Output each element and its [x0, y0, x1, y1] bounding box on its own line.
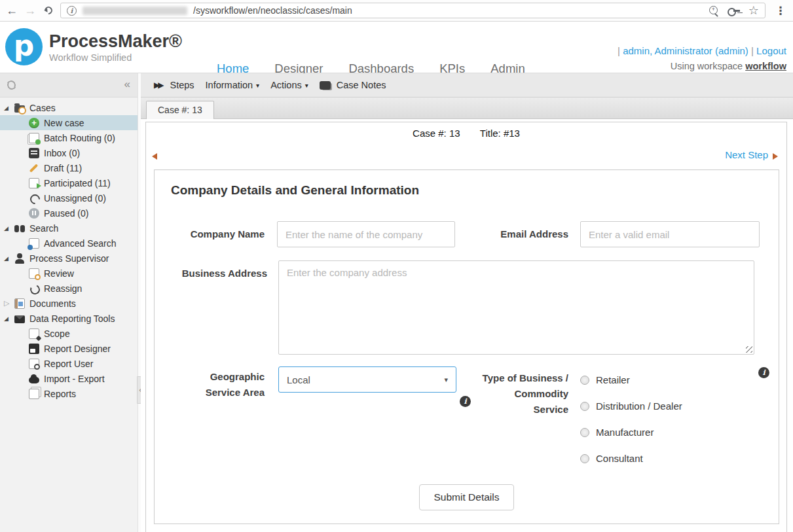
- sidebar-tree: ◢CasesNew caseBatch Routing (0)Inbox (0)…: [0, 98, 138, 401]
- key-icon[interactable]: [728, 5, 741, 16]
- step-navigation: Next Step: [146, 149, 786, 168]
- sidebar-item-batch-routing-0[interactable]: Batch Routing (0): [0, 130, 138, 145]
- radio-button-icon[interactable]: [580, 454, 589, 463]
- radio-button-icon[interactable]: [580, 428, 589, 437]
- submit-details-button[interactable]: Submit Details: [419, 484, 515, 510]
- zoom-icon[interactable]: [709, 5, 720, 16]
- sidebar-item-label: Batch Routing (0): [44, 133, 115, 143]
- user-account-link[interactable]: admin, Administrator (admin): [623, 45, 748, 56]
- radio-option-manufacturer[interactable]: Manufacturer: [580, 427, 654, 438]
- expand-tree-icon[interactable]: ▷: [4, 299, 14, 308]
- reload-icon[interactable]: [39, 7, 58, 14]
- radio-option-consultant[interactable]: Consultant: [580, 453, 643, 464]
- radio-option-distribution-dealer[interactable]: Distribution / Dealer: [580, 400, 682, 412]
- case-panel: Case #: 13 Title: #13 Next Step Company …: [145, 122, 787, 532]
- sidebar-item-advanced-search[interactable]: Advanced Search: [0, 236, 138, 251]
- redacted-host: [83, 7, 187, 15]
- browser-toolbar: ← → i /sysworkflow/en/neoclassic/cases/m…: [0, 0, 793, 22]
- workspace-text: Using workspace: [671, 61, 743, 71]
- select-value: Local: [287, 374, 310, 385]
- steps-button[interactable]: ▶▶ Steps: [154, 80, 194, 90]
- sidebar-item-label: Reports: [44, 389, 76, 399]
- refresh-icon[interactable]: [7, 80, 16, 90]
- import-export-icon: [29, 377, 39, 383]
- sidebar-item-data-reporting-tools[interactable]: ◢Data Reporting Tools: [0, 311, 138, 326]
- sidebar-item-label: Cases: [29, 103, 56, 113]
- sidebar-item-label: Process Supervisor: [29, 253, 109, 264]
- information-menu[interactable]: Information ▾: [206, 80, 260, 90]
- review-icon: [29, 268, 39, 279]
- browser-menu-icon[interactable]: ⋮: [771, 4, 790, 18]
- data-reporting-tools-icon: [14, 315, 25, 323]
- unassigned-icon: [29, 193, 39, 204]
- sidebar-item-inbox-0[interactable]: Inbox (0): [0, 145, 138, 160]
- new-case-icon: [29, 118, 39, 128]
- sidebar-item-label: Search: [29, 223, 58, 234]
- collapse-tree-icon[interactable]: ◢: [4, 105, 14, 111]
- radio-option-retailer[interactable]: Retailer: [580, 374, 630, 385]
- sidebar-item-report-user[interactable]: Report User: [0, 356, 138, 371]
- sidebar-item-documents[interactable]: ▷Documents: [0, 296, 138, 311]
- cases-icon: [14, 105, 25, 113]
- logout-link[interactable]: Logout: [756, 45, 786, 56]
- steps-icon: ▶▶: [154, 80, 164, 90]
- sidebar-item-scope[interactable]: Scope: [0, 326, 138, 341]
- sidebar-item-cases[interactable]: ◢Cases: [0, 100, 138, 115]
- business-address-textarea[interactable]: [278, 260, 754, 355]
- textarea-resize-handle-icon[interactable]: [746, 346, 752, 353]
- sidebar-item-unassigned-0[interactable]: Unassigned (0): [0, 190, 138, 205]
- company-name-input[interactable]: [277, 221, 455, 247]
- email-address-label: Email Address: [456, 226, 568, 242]
- case-notes-bubble-icon: [320, 81, 331, 90]
- page-info-icon[interactable]: i: [67, 6, 77, 16]
- radio-button-icon[interactable]: [580, 376, 589, 385]
- brand: p ProcessMaker® Workflow Simplified: [5, 28, 182, 65]
- dropdown-caret-icon: ▾: [305, 82, 308, 89]
- sidebar-item-label: Participated (11): [44, 178, 111, 188]
- email-address-input[interactable]: [580, 221, 760, 247]
- radio-button-icon[interactable]: [580, 402, 589, 411]
- processmaker-app: ← → i /sysworkflow/en/neoclassic/cases/m…: [0, 0, 793, 532]
- sidebar-item-reports[interactable]: Reports: [0, 386, 138, 401]
- workspace-link[interactable]: workflow: [745, 61, 786, 71]
- business-type-label: Type of Business / Commodity Service: [456, 370, 568, 417]
- sidebar-item-review[interactable]: Review: [0, 266, 138, 281]
- sidebar-item-paused-0[interactable]: Paused (0): [0, 205, 138, 221]
- address-bar[interactable]: i /sysworkflow/en/neoclassic/cases/main …: [60, 3, 765, 18]
- sidebar-item-reassign[interactable]: Reassign: [0, 281, 138, 296]
- collapse-panel-icon[interactable]: «: [124, 78, 130, 91]
- previous-step-arrow-icon[interactable]: [152, 153, 157, 160]
- inbox-icon: [29, 148, 39, 158]
- bookmark-star-icon[interactable]: ☆: [748, 5, 759, 16]
- sidebar-item-new-case[interactable]: New case: [0, 115, 138, 130]
- sidebar-item-process-supervisor[interactable]: ◢Process Supervisor: [0, 251, 138, 266]
- geographic-service-area-select[interactable]: Local ▾: [278, 366, 456, 393]
- url-path[interactable]: /sysworkflow/en/neoclassic/cases/main: [193, 5, 352, 16]
- case-notes-button[interactable]: Case Notes: [320, 80, 386, 90]
- sidebar-item-label: New case: [44, 118, 84, 128]
- collapse-tree-icon[interactable]: ◢: [4, 255, 14, 262]
- sidebar-item-participated-11[interactable]: Participated (11): [0, 175, 138, 190]
- draft-icon: [29, 163, 39, 173]
- next-step-arrow-icon[interactable]: [773, 153, 778, 160]
- forward-icon: →: [21, 4, 39, 18]
- dynaform: Company Details and General Information …: [154, 169, 779, 524]
- business-address-label: Business Address: [155, 266, 267, 281]
- back-icon[interactable]: ←: [3, 4, 21, 18]
- collapse-tree-icon[interactable]: ◢: [4, 315, 14, 322]
- actions-menu[interactable]: Actions ▾: [270, 80, 308, 90]
- sidebar-item-report-designer[interactable]: Report Designer: [0, 341, 138, 356]
- tab-case-13[interactable]: Case #: 13: [146, 101, 214, 119]
- next-step-link[interactable]: Next Step: [725, 149, 768, 160]
- business-type-info-icon[interactable]: i: [758, 367, 769, 378]
- dropdown-caret-icon: ▾: [256, 82, 259, 89]
- radio-label: Distribution / Dealer: [596, 400, 682, 412]
- sidebar-item-label: Draft (11): [44, 163, 82, 173]
- main-content: ▶▶ Steps Information ▾ Actions ▾ Case No…: [141, 73, 793, 532]
- sidebar-header: «: [0, 73, 138, 98]
- sidebar-item-search[interactable]: ◢Search: [0, 221, 138, 236]
- sidebar-item-import-export[interactable]: Import - Export: [0, 371, 138, 386]
- case-header: Case #: 13 Title: #13: [146, 128, 786, 139]
- collapse-tree-icon[interactable]: ◢: [4, 225, 14, 232]
- sidebar-item-draft-11[interactable]: Draft (11): [0, 160, 138, 175]
